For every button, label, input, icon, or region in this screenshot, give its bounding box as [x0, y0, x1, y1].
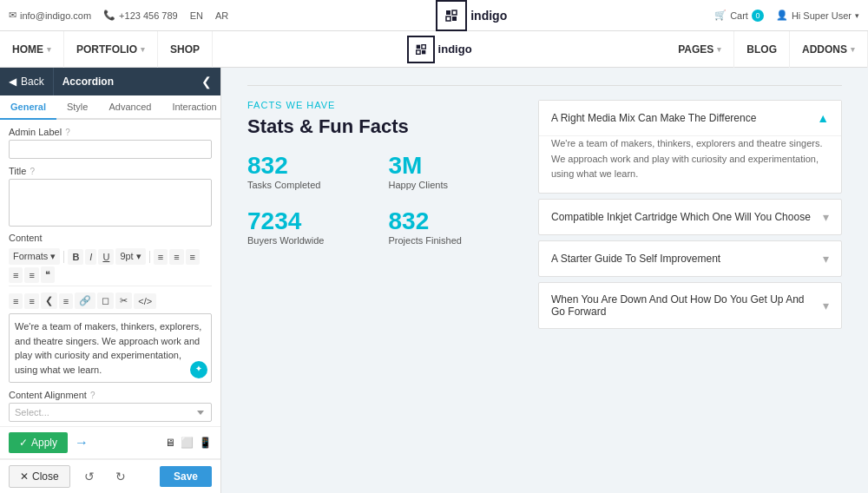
tablet-icon[interactable]: ⬜	[181, 437, 194, 449]
back-button[interactable]: ◀ Back	[0, 68, 54, 95]
content-text-area[interactable]: We're a team of makers, thinkers, explor…	[9, 313, 212, 383]
title-help-icon: ?	[30, 167, 35, 176]
accordion-icon-up-0: ▲	[817, 111, 829, 125]
tab-style[interactable]: Style	[56, 95, 98, 120]
cart-info[interactable]: 🛒 Cart 0	[714, 10, 764, 22]
nav-item-pages[interactable]: PAGES ▾	[666, 31, 734, 68]
link-button[interactable]: 🔗	[75, 293, 95, 309]
accordion-header-2[interactable]: A Starter Guide To Self Improvement ▾	[539, 241, 841, 276]
undo-button[interactable]: ↺	[77, 465, 102, 488]
accordion-item-2: A Starter Guide To Self Improvement ▾	[538, 240, 842, 277]
accordion-header-3[interactable]: When You Are Down And Out How Do You Get…	[539, 283, 841, 328]
admin-label-help-icon: ?	[65, 128, 70, 137]
top-nav-info: ✉ info@indigo.com 📞 +123 456 789 EN AR	[9, 10, 228, 21]
back-icon: ◀	[9, 76, 16, 88]
accordion-icon-3: ▾	[823, 299, 829, 312]
italic-button[interactable]: I	[85, 249, 96, 265]
svg-rect-1	[452, 10, 457, 15]
content-area: ◀ Back Accordion ❮ General Style Advance…	[0, 68, 868, 493]
code-button[interactable]: </>	[134, 293, 156, 309]
svg-rect-0	[446, 10, 450, 15]
nav-item-home[interactable]: HOME ▾	[0, 31, 64, 68]
accordion-body-0: We're a team of makers, thinkers, explor…	[539, 135, 841, 193]
svg-rect-5	[421, 44, 424, 48]
tab-general[interactable]: General	[0, 95, 56, 120]
accordion-header-1[interactable]: Compatible Inkjet Cartridge Which One Wi…	[539, 200, 841, 234]
ai-badge[interactable]: ✦	[190, 361, 207, 378]
stats-section-title: Stats & Fun Facts	[247, 115, 512, 138]
desktop-icon[interactable]: 🖥	[165, 437, 175, 449]
align-center-button[interactable]: ≡	[169, 249, 183, 265]
right-panel: FACTS WE HAVE Stats & Fun Facts 832 Task…	[221, 68, 868, 493]
bottom-toolbar: ✕ Close ↺ ↻ Save	[0, 459, 220, 493]
main-navigation: HOME ▾ PORTFOLIO ▾ SHOP indigo PAGES ▾	[0, 31, 868, 68]
list-ul-button[interactable]: ≡	[9, 293, 23, 309]
content-label: Content	[9, 233, 212, 243]
phone-info: 📞 +123 456 789	[103, 10, 178, 21]
nav-item-addons[interactable]: ADDONS ▾	[790, 31, 868, 68]
panel-scroll: Admin Label ? Title ? Content Formats ▾ …	[0, 120, 220, 426]
nav-logo-text: indigo	[438, 43, 472, 56]
nav-logo-box	[407, 36, 435, 63]
content-toolbar-2: ≡ ≡ ❮ ≡ 🔗 ◻ ✂ </>	[9, 290, 212, 312]
close-button[interactable]: ✕ Close	[9, 465, 70, 488]
accordion-title-0: A Right Media Mix Can Make The Differenc…	[551, 112, 817, 124]
nav-logo-center: indigo	[213, 31, 666, 68]
tab-interaction[interactable]: Interaction	[161, 95, 221, 120]
stat-number-3: 832	[389, 207, 513, 235]
logo-text: indigo	[470, 9, 507, 23]
nav-item-blog[interactable]: BLOG	[734, 31, 790, 68]
stat-desc-3: Projects Finished	[389, 235, 513, 246]
align-justify-button[interactable]: ≡	[9, 267, 23, 283]
align-left-button[interactable]: ≡	[154, 249, 168, 265]
title-textarea[interactable]	[9, 179, 212, 227]
image-button[interactable]: ◻	[97, 293, 114, 309]
indent-button[interactable]: ≡	[59, 293, 73, 309]
email-info: ✉ info@indigo.com	[9, 10, 91, 21]
stat-item-1: 3M Happy Clients	[389, 152, 513, 190]
stat-item-2: 7234 Buyers Worldwide	[247, 207, 372, 246]
save-button[interactable]: Save	[160, 466, 212, 487]
logo-icon	[444, 8, 459, 23]
blockquote-button[interactable]: ❝	[41, 266, 55, 283]
lang-en[interactable]: EN	[190, 10, 203, 21]
list-ol-button[interactable]: ≡	[24, 293, 38, 309]
accordion-icon-1: ▾	[823, 210, 829, 224]
content-alignment-help-icon: ?	[90, 391, 95, 400]
bold-button[interactable]: B	[68, 249, 83, 265]
admin-label-input[interactable]	[9, 140, 212, 159]
outdent-button[interactable]: ❮	[41, 293, 57, 309]
mobile-icon[interactable]: 📱	[199, 437, 212, 449]
redo-button[interactable]: ↻	[108, 465, 133, 488]
stat-item-0: 832 Tasks Completed	[247, 152, 372, 190]
device-icons: 🖥 ⬜ 📱	[165, 437, 212, 449]
formats-button[interactable]: Formats ▾	[9, 248, 60, 265]
stat-desc-1: Happy Clients	[389, 180, 513, 190]
svg-rect-6	[416, 49, 419, 53]
logo-box	[436, 0, 467, 31]
apply-arrow-icon[interactable]: →	[75, 435, 89, 450]
svg-rect-4	[416, 44, 419, 48]
align-right-button[interactable]: ≡	[186, 249, 200, 265]
media-button[interactable]: ✂	[115, 293, 132, 309]
collapse-button[interactable]: ❮	[193, 75, 220, 89]
accordion-item-1: Compatible Inkjet Cartridge Which One Wi…	[538, 199, 842, 235]
apply-row: ✓ Apply → 🖥 ⬜ 📱	[0, 426, 220, 459]
apply-checkmark-icon: ✓	[19, 437, 28, 449]
apply-button[interactable]: ✓ Apply	[9, 432, 68, 453]
top-nav-right: 🛒 Cart 0 👤 Hi Super User ▾	[714, 10, 859, 22]
left-panel: ◀ Back Accordion ❮ General Style Advance…	[0, 68, 221, 493]
content-alignment-select[interactable]: Select...	[9, 403, 212, 422]
nav-items: HOME ▾ PORTFOLIO ▾ SHOP indigo PAGES ▾	[0, 31, 868, 68]
user-chevron-icon: ▾	[855, 11, 859, 20]
font-size-button[interactable]: 9pt ▾	[115, 248, 145, 265]
underline-button[interactable]: U	[98, 249, 114, 265]
lang-ar[interactable]: AR	[215, 10, 228, 21]
accordion-header-0[interactable]: A Right Media Mix Can Make The Differenc…	[539, 101, 841, 135]
user-info[interactable]: 👤 Hi Super User ▾	[776, 10, 859, 21]
stats-section-label: FACTS WE HAVE	[247, 100, 512, 110]
nav-item-portfolio[interactable]: PORTFOLIO ▾	[64, 31, 158, 68]
tab-advanced[interactable]: Advanced	[98, 95, 161, 120]
nav-item-shop[interactable]: SHOP	[158, 31, 213, 68]
align-block-button[interactable]: ≡	[24, 267, 38, 283]
